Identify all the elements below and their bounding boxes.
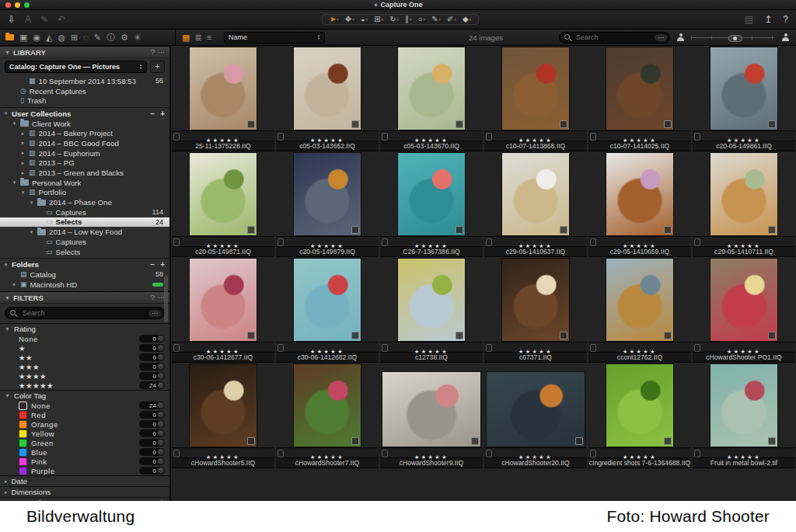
filter-section-collapsed[interactable]: ▸ Dimensions + — [0, 486, 169, 497]
thumbnail-cell[interactable]: ★★★★★ c67371.IIQ — [484, 257, 588, 363]
disclosure-triangle-icon[interactable]: ▾ — [3, 262, 9, 268]
photo-thumbnail[interactable] — [294, 153, 361, 235]
crop-tool[interactable]: ⊞ ▾ — [372, 16, 385, 23]
filter-row[interactable]: ★ 0 — [0, 343, 169, 353]
photo-thumbnail[interactable] — [487, 372, 585, 447]
photo-thumbnail[interactable] — [502, 259, 569, 341]
user-filter-icon[interactable] — [676, 33, 685, 41]
library-tree-item[interactable]: ▭ Captures 114 − + — [0, 207, 169, 217]
text-tool-icon[interactable]: A — [25, 15, 31, 24]
filter-row[interactable]: Purple 0 — [0, 466, 169, 475]
select-tool[interactable]: ➤ ▾ — [328, 16, 340, 23]
filter-count-pill[interactable]: 0 — [139, 467, 165, 475]
star-rating[interactable]: ★★★★★ — [414, 243, 449, 249]
star-rating[interactable]: ★★★★★ — [206, 454, 240, 460]
thumbnail-cell[interactable]: ★★★★★ cHowardShooter PO1.IIQ — [692, 257, 796, 363]
filter-count-pill[interactable]: 24 — [139, 402, 165, 409]
browser-search[interactable]: ⋯ — [559, 32, 670, 43]
filter-row[interactable]: Yellow 0 — [0, 429, 169, 438]
filter-count-pill[interactable]: 0 — [139, 429, 165, 437]
thumbnail-cell[interactable]: ★★★★★ 25-11-1375228.IIQ — [171, 46, 275, 151]
filter-row[interactable]: Red 0 — [0, 410, 169, 419]
filter-section-collapsed[interactable]: ▸ Keywords + — [0, 497, 169, 501]
disclosure-triangle-icon[interactable]: ▼ — [5, 326, 10, 332]
photo-thumbnail[interactable] — [710, 364, 777, 447]
tab-exposure[interactable]: ◭ — [46, 33, 52, 42]
filter-count-pill[interactable]: 0 — [139, 411, 165, 419]
colortag-section-header[interactable]: ▼ Color Tag — [0, 390, 169, 401]
photo-thumbnail[interactable] — [606, 364, 673, 447]
thumbnail-cell[interactable]: ★★★★★ C26-7-1367386.IIQ — [379, 151, 484, 257]
print-icon[interactable]: ▤ — [745, 15, 753, 24]
photo-thumbnail[interactable] — [294, 259, 361, 341]
star-rating[interactable]: ★★★★★ — [414, 454, 449, 460]
star-rating[interactable]: ★★★★★ — [310, 349, 344, 354]
thumbnail-cell[interactable]: ★★★★★ cIngredient shots 7-6-1364688.IIQ — [588, 363, 692, 468]
thumbnail-cell[interactable]: ★★★★★ c30-06-1412682.IIQ — [275, 257, 379, 363]
tab-details[interactable]: ◌ — [83, 33, 89, 42]
tab-color[interactable]: ◉ — [33, 33, 40, 42]
photo-thumbnail[interactable] — [190, 364, 257, 447]
disclosure-triangle-icon[interactable]: ▼ — [5, 50, 10, 55]
thumbnail-cell[interactable]: ★★★★★ c10-07-1414025.IIQ — [588, 46, 692, 151]
photo-thumbnail[interactable] — [294, 364, 361, 447]
erase-mask-tool[interactable]: ✐ ▾ — [445, 16, 458, 23]
filters-panel-header[interactable]: ▼ FILTERS ? ⋯ — [0, 291, 169, 304]
star-rating[interactable]: ★★★★★ — [727, 137, 761, 143]
filter-row[interactable]: ★★★ 0 — [0, 362, 169, 371]
star-rating[interactable]: ★★★★★ — [414, 349, 449, 354]
add-filter-button[interactable]: + — [159, 499, 164, 501]
disclosure-triangle-icon[interactable]: ▾ — [12, 179, 17, 186]
photo-thumbnail[interactable] — [398, 153, 465, 235]
star-rating[interactable]: ★★★★★ — [518, 137, 553, 143]
filter-count-pill[interactable]: 0 — [139, 344, 165, 352]
filter-row[interactable]: Blue 0 — [0, 447, 169, 457]
photo-thumbnail[interactable] — [190, 47, 257, 130]
thumbnail-cell[interactable]: ★★★★★ c29-05-1410637.IIQ — [484, 151, 588, 257]
people-view-icon[interactable] — [781, 33, 790, 41]
filter-count-pill[interactable]: 24 — [139, 381, 165, 389]
thumbnail-cell[interactable]: ★★★★★ cHowardShooter9.IIQ — [379, 363, 484, 468]
library-tree-item[interactable]: ▾ Personal Work − + — [0, 178, 169, 188]
disclosure-triangle-icon[interactable]: ▸ — [20, 130, 26, 137]
add-collection-button[interactable]: + — [160, 260, 165, 269]
photo-thumbnail[interactable] — [382, 372, 480, 447]
fill-mask-tool[interactable]: ◆ ▾ — [461, 16, 473, 23]
thumbnail-cell[interactable]: ★★★★★ c29-05-1410659.IIQ — [588, 151, 692, 257]
filter-row[interactable]: Orange 0 — [0, 419, 169, 429]
help-icon[interactable]: ? — [151, 294, 155, 301]
photo-thumbnail[interactable] — [710, 47, 777, 130]
grid-view-icon[interactable]: ▦ — [182, 33, 190, 42]
export-icon[interactable]: ↥ — [764, 15, 772, 24]
disclosure-triangle-icon[interactable]: ▾ — [29, 229, 34, 235]
library-tree-item[interactable]: ▸ ▥ 2013 – PG − + — [0, 158, 169, 169]
add-collection-button[interactable]: + — [160, 110, 165, 118]
tab-output[interactable]: ✳ — [134, 33, 141, 42]
tab-library[interactable] — [5, 34, 14, 40]
thumbnail-cell[interactable]: ★★★★★ c05-03-143652.IIQ — [275, 46, 379, 151]
search-options-button[interactable]: ⋯ — [148, 310, 161, 317]
library-tree-item[interactable]: ▸ ▥ 2014 – Bakery Project − + — [0, 128, 169, 138]
library-tree-item[interactable]: ◷ Recent Captures − + — [0, 86, 169, 96]
thumbnail-cell[interactable]: ★★★★★ c10-07-1413868.IIQ — [484, 46, 588, 151]
library-tree-item[interactable]: ▭ Selects − + — [0, 247, 169, 257]
star-rating[interactable]: ★★★★★ — [623, 454, 657, 460]
filter-section-collapsed[interactable]: ▸ Date + — [0, 475, 169, 486]
star-rating[interactable]: ★★★★★ — [310, 137, 344, 143]
library-tree-item[interactable]: ▾ 2014 – Phase One − + — [0, 197, 169, 207]
filter-row[interactable]: Pink 0 — [0, 457, 169, 466]
tab-capture[interactable]: ▣ — [19, 33, 27, 42]
brush-icon[interactable]: ✎ — [40, 15, 48, 24]
overlay-tool[interactable]: ○ ▾ — [417, 16, 428, 23]
star-rating[interactable]: ★★★★★ — [206, 137, 240, 143]
library-tree-item[interactable]: ▦ 10 September 2014 13:58:53 56 − + — [0, 76, 169, 86]
thumbnail-cell[interactable]: ★★★★★ c29-05-1410711.IIQ — [692, 151, 796, 257]
disclosure-triangle-icon[interactable]: ▸ — [20, 170, 26, 176]
disclosure-triangle-icon[interactable]: ▸ — [20, 140, 26, 146]
filter-row[interactable]: ★★ 0 — [0, 353, 169, 362]
thumbnail-cell[interactable]: ★★★★★ c20-05-149879.IIQ — [275, 151, 379, 257]
star-rating[interactable]: ★★★★★ — [727, 349, 761, 354]
star-rating[interactable]: ★★★★★ — [310, 243, 344, 249]
star-rating[interactable]: ★★★★★ — [518, 349, 553, 354]
remove-collection-button[interactable]: − — [150, 260, 155, 269]
